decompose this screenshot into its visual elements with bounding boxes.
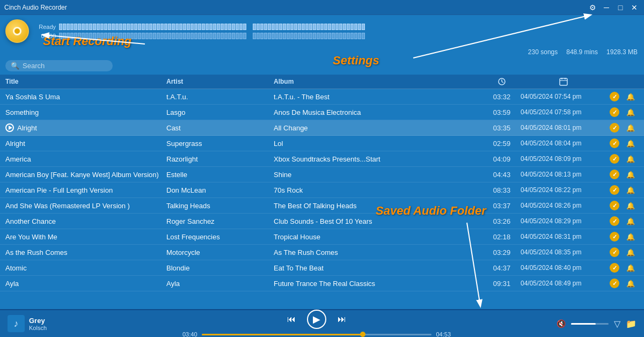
seg bbox=[153, 24, 156, 30]
minimize-button[interactable]: ─ bbox=[601, 2, 612, 13]
filter-icon[interactable]: ▽ bbox=[614, 319, 620, 329]
progress-bar[interactable] bbox=[202, 334, 432, 335]
track-album: All Change bbox=[274, 124, 483, 132]
maximize-button[interactable]: □ bbox=[615, 2, 626, 13]
progress-fill bbox=[202, 334, 363, 335]
seg bbox=[127, 33, 130, 39]
prev-button[interactable]: ⏮ bbox=[283, 311, 299, 327]
seg bbox=[320, 33, 324, 39]
track-bell[interactable]: 🔔 bbox=[623, 155, 639, 163]
track-check[interactable] bbox=[606, 185, 623, 195]
seg bbox=[268, 33, 271, 39]
table-row[interactable]: As the Rush ComesMotorcycleAs The Rush C… bbox=[0, 245, 644, 260]
table-row[interactable]: AlrightSupergrassLol02:5904/05/2024 08:0… bbox=[0, 136, 644, 151]
seg bbox=[294, 24, 297, 30]
row-title-cell: Something bbox=[5, 108, 166, 116]
track-date: 04/05/2024 07:54 pm bbox=[521, 93, 606, 100]
track-bell[interactable]: 🔔 bbox=[623, 202, 639, 210]
track-check[interactable] bbox=[606, 154, 623, 164]
track-bell[interactable]: 🔔 bbox=[623, 93, 639, 101]
track-bell[interactable]: 🔔 bbox=[623, 171, 639, 179]
seg bbox=[264, 24, 267, 30]
search-box[interactable]: 🔍 bbox=[5, 60, 113, 71]
track-title: Alright bbox=[17, 124, 37, 132]
seg bbox=[89, 33, 92, 39]
play-pause-button[interactable]: ▶ bbox=[307, 310, 326, 329]
seg bbox=[354, 24, 357, 30]
track-title: American Boy [Feat. Kanye West] Album Ve… bbox=[5, 171, 159, 179]
seg bbox=[243, 33, 246, 39]
table-row[interactable]: American Pie - Full Length VersionDon Mc… bbox=[0, 182, 644, 198]
seg bbox=[63, 24, 66, 30]
seg bbox=[100, 33, 104, 39]
track-date: 04/05/2024 08:26 pm bbox=[521, 202, 606, 209]
record-btn-inner bbox=[13, 27, 21, 35]
track-bell[interactable]: 🔔 bbox=[623, 280, 639, 288]
seg bbox=[160, 33, 164, 39]
track-check[interactable] bbox=[606, 263, 623, 273]
table-row[interactable]: AtomicBlondieEat To The Beat04:3704/05/2… bbox=[0, 260, 644, 276]
row-title-cell: Another Chance bbox=[5, 217, 166, 225]
seg bbox=[332, 33, 335, 39]
track-duration: 02:59 bbox=[483, 140, 521, 148]
track-check[interactable] bbox=[606, 107, 623, 117]
table-row[interactable]: AmericaRazorlightXbox Soundtracks Presen… bbox=[0, 151, 644, 167]
track-bell[interactable]: 🔔 bbox=[623, 124, 639, 132]
settings-button[interactable]: ⚙ bbox=[587, 2, 598, 13]
next-button[interactable]: ⏭ bbox=[334, 311, 350, 327]
record-button[interactable] bbox=[5, 19, 29, 43]
seg bbox=[153, 33, 156, 39]
track-check[interactable] bbox=[606, 247, 623, 257]
track-check[interactable] bbox=[606, 279, 623, 288]
seg bbox=[97, 33, 100, 39]
track-bell[interactable]: 🔔 bbox=[623, 140, 639, 148]
seg bbox=[283, 24, 286, 30]
meter-row-ready: Ready bbox=[34, 23, 639, 31]
control-buttons: ⏮ ▶ ⏭ bbox=[283, 310, 350, 329]
seg bbox=[145, 24, 149, 30]
row-title-cell: Alright bbox=[5, 140, 166, 148]
track-title: America bbox=[5, 155, 31, 163]
close-button[interactable]: ✕ bbox=[629, 2, 640, 13]
track-check[interactable] bbox=[606, 201, 623, 210]
track-check[interactable] bbox=[606, 216, 623, 226]
track-check[interactable] bbox=[606, 138, 623, 148]
track-check[interactable] bbox=[606, 123, 623, 133]
track-check[interactable] bbox=[606, 92, 623, 101]
track-bell[interactable]: 🔔 bbox=[623, 186, 639, 194]
track-bell[interactable]: 🔔 bbox=[623, 217, 639, 225]
track-check[interactable] bbox=[606, 170, 623, 179]
table-row[interactable]: And She Was (Remastered LP Version )Talk… bbox=[0, 198, 644, 214]
table-row[interactable]: AlrightCastAll Change03:3504/05/2024 08:… bbox=[0, 120, 644, 136]
table-row[interactable]: American Boy [Feat. Kanye West] Album Ve… bbox=[0, 167, 644, 182]
seg bbox=[123, 33, 126, 39]
track-bell[interactable]: 🔔 bbox=[623, 108, 639, 116]
seg bbox=[228, 33, 231, 39]
seg bbox=[82, 24, 85, 30]
track-artist: Cast bbox=[166, 124, 274, 132]
seg bbox=[287, 24, 290, 30]
track-bell[interactable]: 🔔 bbox=[623, 233, 639, 241]
seg bbox=[198, 24, 201, 30]
track-artist: Motorcycle bbox=[166, 248, 274, 257]
track-duration: 04:43 bbox=[483, 171, 521, 179]
meter-segs-right bbox=[253, 24, 365, 30]
track-title: Ayla bbox=[5, 280, 19, 288]
seg bbox=[160, 24, 164, 30]
table-row[interactable]: Another ChanceRoger SanchezClub Sounds -… bbox=[0, 214, 644, 229]
row-title-cell: And She Was (Remastered LP Version ) bbox=[5, 202, 166, 210]
search-input[interactable] bbox=[23, 62, 98, 70]
track-bell[interactable]: 🔔 bbox=[623, 248, 639, 257]
folder-icon[interactable]: 📁 bbox=[626, 319, 636, 329]
table-row[interactable]: Are You With MeLost FrequenciesTropical … bbox=[0, 229, 644, 245]
row-title-cell: Atomic bbox=[5, 264, 166, 272]
table-row[interactable]: AylaAylaFuture Trance The Real Classics0… bbox=[0, 276, 644, 291]
track-title: Atomic bbox=[5, 264, 27, 272]
table-row[interactable]: SomethingLasgoAnos De Musica Electronica… bbox=[0, 105, 644, 120]
table-row[interactable]: Ya Soshla S Umat.A.T.u.t.A.T.u. - The Be… bbox=[0, 89, 644, 105]
seg bbox=[264, 33, 267, 39]
seg bbox=[287, 33, 290, 39]
track-check[interactable] bbox=[606, 232, 623, 241]
track-bell[interactable]: 🔔 bbox=[623, 264, 639, 272]
volume-slider[interactable] bbox=[571, 323, 609, 325]
